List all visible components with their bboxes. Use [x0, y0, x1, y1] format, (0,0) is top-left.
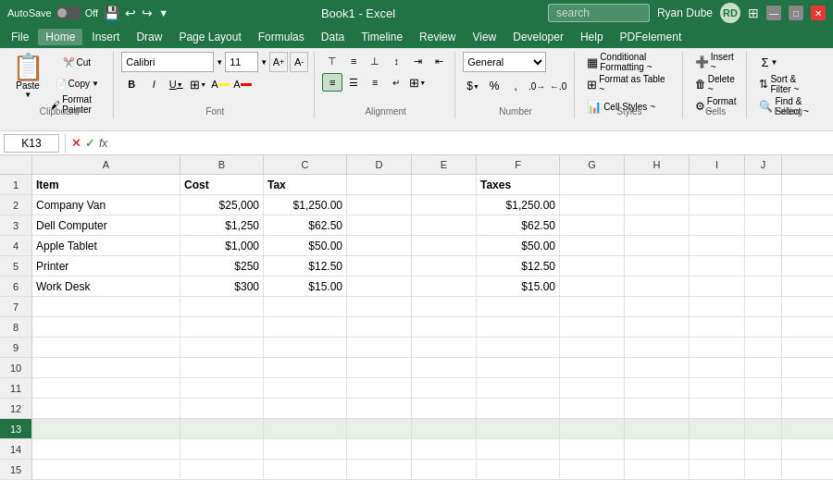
list-item[interactable]: $12.50	[264, 256, 347, 276]
list-item[interactable]	[32, 297, 180, 316]
list-item[interactable]	[412, 338, 477, 357]
increase-decimal-button[interactable]: .0→	[527, 77, 547, 95]
list-item[interactable]	[625, 419, 690, 438]
insert-cells-button[interactable]: ➕ Insert ~	[690, 52, 741, 72]
list-item[interactable]	[560, 419, 625, 438]
menu-pdfelement[interactable]: PDFelement	[613, 29, 690, 45]
list-item[interactable]	[745, 317, 782, 337]
align-right-button[interactable]: ≡	[365, 73, 385, 92]
number-format-dropdown[interactable]: General Number Currency Accounting Short…	[463, 52, 546, 72]
list-item[interactable]	[180, 439, 264, 459]
list-item[interactable]	[264, 419, 347, 438]
align-left-button[interactable]: ≡	[322, 73, 342, 92]
bottom-align-button[interactable]: ⊥	[365, 52, 385, 70]
list-item[interactable]: $1,000	[180, 236, 264, 255]
list-item[interactable]	[32, 419, 180, 438]
list-item[interactable]	[347, 399, 412, 418]
fill-color-button[interactable]: A	[210, 75, 230, 93]
list-item[interactable]: Tax	[264, 175, 347, 194]
formula-input[interactable]	[115, 134, 829, 153]
list-item[interactable]	[32, 460, 180, 479]
list-item[interactable]	[347, 297, 412, 316]
font-size-input[interactable]	[225, 52, 258, 72]
list-item[interactable]	[690, 175, 745, 194]
list-item[interactable]	[477, 399, 560, 418]
list-item[interactable]	[412, 195, 477, 215]
list-item[interactable]	[560, 378, 625, 398]
list-item[interactable]	[347, 175, 412, 194]
middle-align-button[interactable]: ≡	[343, 52, 364, 70]
quick-access-more[interactable]: ▼	[158, 7, 168, 18]
list-item[interactable]	[477, 358, 560, 377]
list-item[interactable]	[32, 439, 180, 459]
percent-button[interactable]: %	[484, 77, 504, 95]
list-item[interactable]	[690, 195, 745, 215]
list-item[interactable]	[32, 399, 180, 418]
menu-home[interactable]: Home	[38, 29, 82, 45]
list-item[interactable]	[560, 399, 625, 418]
row-number[interactable]: 2	[0, 195, 32, 215]
menu-file[interactable]: File	[4, 29, 36, 45]
list-item[interactable]: Apple Tablet	[32, 236, 180, 255]
list-item[interactable]	[690, 378, 745, 398]
list-item[interactable]	[560, 175, 625, 194]
cut-button[interactable]: ✂️Cut	[46, 52, 107, 72]
close-button[interactable]: ✕	[811, 6, 826, 20]
top-align-button[interactable]: ⊤	[322, 52, 342, 70]
list-item[interactable]	[560, 338, 625, 357]
cell-reference-input[interactable]	[4, 134, 59, 153]
minimize-button[interactable]: —	[766, 6, 781, 20]
col-header-d[interactable]: D	[347, 155, 412, 174]
list-item[interactable]	[625, 317, 690, 337]
increase-font-button[interactable]: A+	[269, 52, 288, 72]
align-center-button[interactable]: ☰	[343, 73, 364, 92]
redo-icon[interactable]: ↪	[142, 6, 153, 20]
list-item[interactable]	[625, 297, 690, 316]
list-item[interactable]	[412, 236, 477, 255]
list-item[interactable]	[690, 297, 745, 316]
list-item[interactable]	[347, 277, 412, 296]
list-item[interactable]	[477, 317, 560, 337]
col-header-e[interactable]: E	[412, 155, 477, 174]
font-name-input[interactable]	[121, 52, 214, 72]
col-header-a[interactable]: A	[32, 155, 180, 174]
list-item[interactable]	[745, 399, 782, 418]
list-item[interactable]: $25,000	[180, 195, 264, 215]
list-item[interactable]	[745, 256, 782, 276]
list-item[interactable]	[180, 358, 264, 377]
cancel-formula-icon[interactable]: ✕	[71, 136, 81, 150]
list-item[interactable]: $1,250.00	[477, 195, 560, 215]
list-item[interactable]	[347, 439, 412, 459]
list-item[interactable]	[264, 460, 347, 479]
list-item[interactable]	[745, 277, 782, 296]
col-header-i[interactable]: I	[690, 155, 745, 174]
font-name-dropdown[interactable]: ▼	[216, 58, 223, 67]
list-item[interactable]	[625, 439, 690, 459]
list-item[interactable]: Company Van	[32, 195, 180, 215]
list-item[interactable]	[347, 338, 412, 357]
menu-data[interactable]: Data	[314, 29, 352, 45]
list-item[interactable]	[264, 317, 347, 337]
list-item[interactable]	[412, 399, 477, 418]
list-item[interactable]	[347, 378, 412, 398]
list-item[interactable]	[690, 277, 745, 296]
list-item[interactable]	[625, 175, 690, 194]
list-item[interactable]: Printer	[32, 256, 180, 276]
list-item[interactable]	[690, 419, 745, 438]
undo-icon[interactable]: ↩	[125, 6, 136, 20]
list-item[interactable]	[32, 338, 180, 357]
list-item[interactable]	[745, 439, 782, 459]
list-item[interactable]	[560, 195, 625, 215]
list-item[interactable]	[745, 358, 782, 377]
menu-formulas[interactable]: Formulas	[251, 29, 312, 45]
list-item[interactable]	[560, 256, 625, 276]
col-header-f[interactable]: F	[477, 155, 560, 174]
list-item[interactable]	[477, 297, 560, 316]
list-item[interactable]	[347, 215, 412, 235]
ribbon-icon[interactable]: ⊞	[748, 6, 759, 20]
list-item[interactable]	[32, 358, 180, 377]
font-color-button[interactable]: A	[232, 75, 253, 93]
list-item[interactable]	[625, 277, 690, 296]
list-item[interactable]	[264, 378, 347, 398]
decrease-decimal-button[interactable]: ←.0	[548, 77, 568, 95]
